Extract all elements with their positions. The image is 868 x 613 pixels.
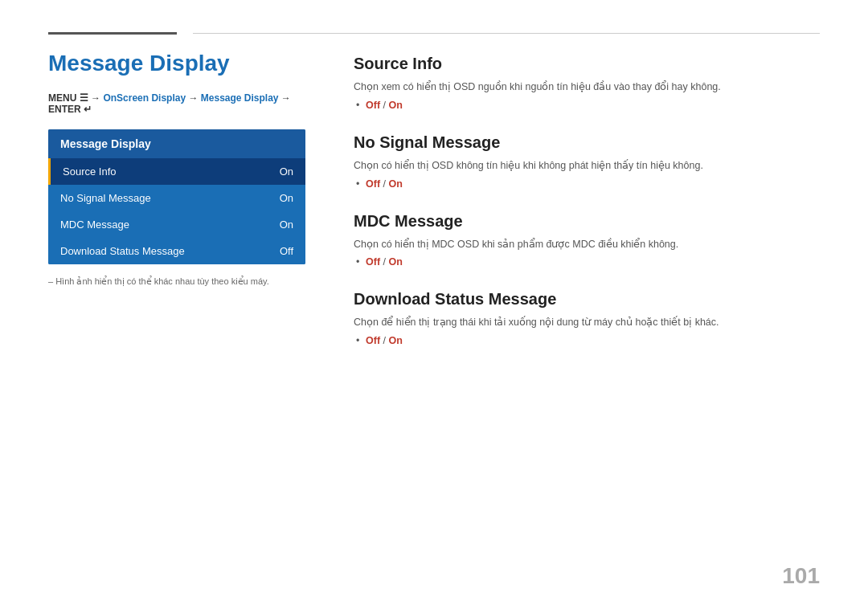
download-on: On — [388, 335, 402, 346]
footnote: – Hình ảnh hiển thị có thể khác nhau tùy… — [48, 276, 305, 287]
no-signal-value: On — [280, 192, 293, 204]
top-divider — [48, 32, 820, 35]
menu-box: Message Display Source Info On No Signal… — [48, 129, 305, 264]
breadcrumb-menu: MENU — [48, 92, 76, 104]
menu-item-mdc[interactable]: MDC Message On — [48, 211, 305, 238]
section-no-signal: No Signal Message Chọn có hiển thị OSD k… — [354, 133, 820, 190]
mdc-options: Off / On — [354, 256, 820, 268]
source-info-option: Off / On — [366, 100, 820, 111]
mdc-off: Off — [366, 256, 380, 268]
source-info-label: Source Info — [63, 166, 117, 178]
breadcrumb-enter: ENTER ↵ — [48, 104, 92, 115]
no-signal-option: Off / On — [366, 178, 820, 190]
download-option: Off / On — [366, 335, 820, 346]
mdc-slash: / — [380, 256, 388, 268]
breadcrumb-menu-icon: ☰ — [80, 92, 91, 104]
download-off: Off — [366, 335, 380, 346]
source-info-off: Off — [366, 100, 380, 111]
left-panel: Message Display MENU ☰ → OnScreen Displa… — [48, 51, 305, 581]
menu-box-header: Message Display — [48, 129, 305, 158]
source-info-desc: Chọn xem có hiển thị OSD nguồn khi nguồn… — [354, 80, 820, 95]
source-info-value: On — [280, 166, 293, 178]
download-slash: / — [380, 335, 388, 346]
breadcrumb-arrow2: → — [188, 92, 200, 104]
download-value: Off — [280, 245, 293, 257]
download-desc: Chọn để hiển thị trạng thái khi tải xuốn… — [354, 315, 820, 330]
download-label: Download Status Message — [60, 245, 185, 257]
section-source-info: Source Info Chọn xem có hiển thị OSD ngu… — [354, 55, 820, 111]
page-number: 101 — [782, 563, 820, 589]
source-info-on: On — [388, 100, 402, 111]
menu-item-source-info[interactable]: Source Info On — [48, 158, 305, 185]
no-signal-off: Off — [366, 178, 380, 190]
mdc-option: Off / On — [366, 256, 820, 268]
menu-item-download[interactable]: Download Status Message Off — [48, 238, 305, 264]
download-title: Download Status Message — [354, 290, 820, 309]
download-options: Off / On — [354, 335, 820, 346]
section-mdc: MDC Message Chọn có hiển thị MDC OSD khi… — [354, 212, 820, 268]
mdc-value: On — [280, 219, 293, 231]
no-signal-slash: / — [380, 178, 388, 190]
breadcrumb-arrow3: → — [281, 92, 291, 104]
no-signal-title: No Signal Message — [354, 133, 820, 152]
source-info-options: Off / On — [354, 100, 820, 111]
breadcrumb-arrow1: → — [91, 92, 103, 104]
source-info-slash: / — [380, 100, 388, 111]
breadcrumb-onscreen: OnScreen Display — [103, 92, 186, 104]
no-signal-desc: Chọn có hiển thị OSD không tín hiệu khi … — [354, 158, 820, 174]
mdc-desc: Chọn có hiển thị MDC OSD khi sản phẩm đư… — [354, 237, 820, 252]
mdc-title: MDC Message — [354, 212, 820, 231]
no-signal-label: No Signal Message — [60, 192, 151, 204]
source-info-title: Source Info — [354, 55, 820, 73]
right-panel: Source Info Chọn xem có hiển thị OSD ngu… — [354, 51, 820, 581]
no-signal-on: On — [388, 178, 402, 190]
mdc-label: MDC Message — [60, 219, 129, 231]
breadcrumb-message-display: Message Display — [201, 92, 279, 104]
menu-item-no-signal[interactable]: No Signal Message On — [48, 185, 305, 211]
page-title: Message Display — [48, 51, 305, 76]
mdc-on: On — [388, 256, 402, 268]
section-download: Download Status Message Chọn để hiển thị… — [354, 290, 820, 346]
no-signal-options: Off / On — [354, 178, 820, 190]
breadcrumb: MENU ☰ → OnScreen Display → Message Disp… — [48, 92, 305, 115]
